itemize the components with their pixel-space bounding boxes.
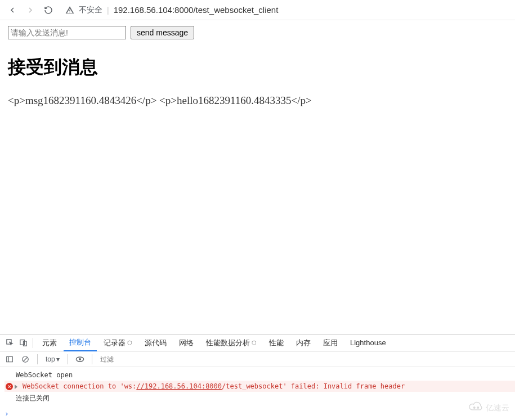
divider (68, 354, 68, 364)
console-prompt[interactable]: › (0, 407, 515, 420)
tab-recorder[interactable]: 记录器⬡ (98, 335, 138, 351)
experiment-icon: ⬡ (252, 340, 257, 346)
forward-button[interactable] (24, 3, 37, 17)
tab-performance[interactable]: 性能 (263, 335, 289, 351)
console-log-line: 连接已关闭 (5, 392, 515, 405)
divider (37, 354, 38, 364)
console-error-line: ✕ WebSocket connection to 'ws://192.168.… (5, 381, 515, 392)
live-expression-icon[interactable] (74, 353, 86, 365)
tab-console[interactable]: 控制台 (64, 335, 97, 351)
received-heading: 接受到消息 (8, 55, 507, 80)
send-button[interactable]: send message (131, 26, 194, 39)
address-separator: | (107, 6, 109, 15)
url-text: 192.168.56.104:8000/test_websocket_clien… (114, 5, 279, 15)
tab-performance-insights[interactable]: 性能数据分析⬡ (200, 335, 262, 351)
back-button[interactable] (6, 3, 19, 17)
context-selector[interactable]: top ▾ (43, 354, 62, 364)
send-form: send message (8, 26, 507, 39)
devtools-tabs: 元素 控制台 记录器⬡ 源代码 网络 性能数据分析⬡ 性能 内存 应用 Ligh… (0, 335, 515, 351)
message-input[interactable] (8, 26, 126, 39)
sidebar-toggle-icon[interactable] (3, 353, 16, 365)
error-icon: ✕ (6, 383, 13, 390)
tab-sources[interactable]: 源代码 (139, 335, 172, 351)
device-toggle-icon[interactable] (17, 337, 29, 349)
clear-console-icon[interactable] (19, 353, 32, 365)
received-messages: <p>msg1682391160.4843426</p> <p>hello168… (8, 94, 507, 107)
console-log-line: WebSocket open (5, 369, 515, 381)
inspect-icon[interactable] (3, 337, 16, 349)
tab-lighthouse[interactable]: Lighthouse (344, 335, 392, 351)
svg-line-6 (24, 357, 28, 361)
svg-point-8 (79, 358, 81, 360)
devtools-panel: 元素 控制台 记录器⬡ 源代码 网络 性能数据分析⬡ 性能 内存 应用 Ligh… (0, 334, 515, 420)
experiment-icon: ⬡ (127, 340, 132, 346)
divider (92, 354, 92, 364)
tab-memory[interactable]: 内存 (290, 335, 316, 351)
chevron-down-icon: ▾ (56, 355, 60, 363)
svg-rect-1 (20, 340, 24, 345)
address-bar[interactable]: 不安全 | 192.168.56.104:8000/test_websocket… (65, 5, 278, 15)
tab-application[interactable]: 应用 (317, 335, 343, 351)
divider (33, 338, 33, 348)
tab-elements[interactable]: 元素 (37, 335, 62, 351)
expand-icon[interactable] (15, 385, 17, 389)
browser-toolbar: 不安全 | 192.168.56.104:8000/test_websocket… (0, 0, 515, 20)
svg-rect-3 (7, 356, 13, 362)
tab-network[interactable]: 网络 (173, 335, 199, 351)
insecure-warning-icon (65, 6, 74, 15)
svg-rect-2 (23, 341, 26, 346)
page-content: send message 接受到消息 <p>msg1682391160.4843… (0, 20, 515, 112)
console-toolbar: top ▾ (0, 351, 515, 367)
filter-input[interactable] (98, 354, 143, 364)
security-label: 不安全 (79, 5, 102, 15)
reload-button[interactable] (42, 3, 55, 17)
console-output: WebSocket open ✕ WebSocket connection to… (0, 367, 515, 407)
error-message: WebSocket connection to 'ws://192.168.56… (23, 382, 405, 390)
